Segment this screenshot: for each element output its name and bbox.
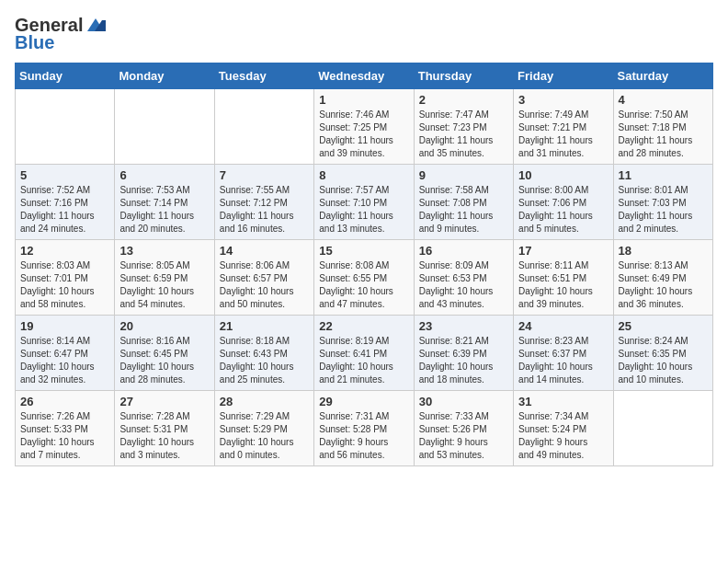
day-number: 30 <box>419 395 508 408</box>
calendar-cell: 2Sunrise: 7:47 AM Sunset: 7:23 PM Daylig… <box>414 89 513 165</box>
day-number: 2 <box>419 93 508 107</box>
calendar-cell: 19Sunrise: 8:14 AM Sunset: 6:47 PM Dayli… <box>16 316 115 391</box>
cell-content: Sunrise: 7:57 AM Sunset: 7:10 PM Dayligh… <box>319 184 408 236</box>
calendar-cell: 28Sunrise: 7:29 AM Sunset: 5:29 PM Dayli… <box>214 391 313 466</box>
calendar-cell: 27Sunrise: 7:28 AM Sunset: 5:31 PM Dayli… <box>115 391 214 466</box>
calendar-header-row: SundayMondayTuesdayWednesdayThursdayFrid… <box>16 63 713 89</box>
calendar-cell: 22Sunrise: 8:19 AM Sunset: 6:41 PM Dayli… <box>314 316 414 391</box>
calendar-cell: 9Sunrise: 7:58 AM Sunset: 7:08 PM Daylig… <box>414 165 513 240</box>
calendar-table: SundayMondayTuesdayWednesdayThursdayFrid… <box>15 63 713 466</box>
day-number: 25 <box>619 319 708 333</box>
cell-content: Sunrise: 7:52 AM Sunset: 7:16 PM Dayligh… <box>20 184 109 236</box>
calendar-cell: 18Sunrise: 8:13 AM Sunset: 6:49 PM Dayli… <box>613 240 712 316</box>
day-number: 3 <box>518 93 608 107</box>
cell-content: Sunrise: 8:18 AM Sunset: 6:43 PM Dayligh… <box>220 335 309 386</box>
calendar-cell: 29Sunrise: 7:31 AM Sunset: 5:28 PM Dayli… <box>314 391 414 466</box>
calendar-cell: 1Sunrise: 7:46 AM Sunset: 7:25 PM Daylig… <box>314 89 414 165</box>
cell-content: Sunrise: 7:34 AM Sunset: 5:24 PM Dayligh… <box>518 410 608 462</box>
cell-content: Sunrise: 8:06 AM Sunset: 6:57 PM Dayligh… <box>220 259 309 311</box>
calendar-cell: 30Sunrise: 7:33 AM Sunset: 5:26 PM Dayli… <box>414 391 513 466</box>
calendar-cell: 11Sunrise: 8:01 AM Sunset: 7:03 PM Dayli… <box>613 165 712 240</box>
calendar-cell: 7Sunrise: 7:55 AM Sunset: 7:12 PM Daylig… <box>214 165 313 240</box>
calendar-cell: 25Sunrise: 8:24 AM Sunset: 6:35 PM Dayli… <box>613 316 712 391</box>
cell-content: Sunrise: 7:33 AM Sunset: 5:26 PM Dayligh… <box>419 410 508 462</box>
day-number: 6 <box>119 168 209 182</box>
calendar-cell: 5Sunrise: 7:52 AM Sunset: 7:16 PM Daylig… <box>16 165 115 240</box>
week-row-1: 1Sunrise: 7:46 AM Sunset: 7:25 PM Daylig… <box>16 89 713 165</box>
day-number: 29 <box>319 395 408 408</box>
day-number: 18 <box>619 244 708 258</box>
cell-content: Sunrise: 7:50 AM Sunset: 7:18 PM Dayligh… <box>619 109 708 160</box>
week-row-3: 12Sunrise: 8:03 AM Sunset: 7:01 PM Dayli… <box>16 240 713 316</box>
day-number: 12 <box>20 244 109 258</box>
header-monday: Monday <box>115 63 214 89</box>
cell-content: Sunrise: 7:53 AM Sunset: 7:14 PM Dayligh… <box>119 184 209 236</box>
calendar-cell <box>16 89 115 165</box>
cell-content: Sunrise: 7:29 AM Sunset: 5:29 PM Dayligh… <box>220 410 309 462</box>
calendar-cell: 21Sunrise: 8:18 AM Sunset: 6:43 PM Dayli… <box>214 316 313 391</box>
calendar-cell: 12Sunrise: 8:03 AM Sunset: 7:01 PM Dayli… <box>16 240 115 316</box>
calendar-cell: 17Sunrise: 8:11 AM Sunset: 6:51 PM Dayli… <box>514 240 613 316</box>
cell-content: Sunrise: 8:19 AM Sunset: 6:41 PM Dayligh… <box>319 335 408 386</box>
cell-content: Sunrise: 7:28 AM Sunset: 5:31 PM Dayligh… <box>119 410 209 462</box>
calendar-cell: 26Sunrise: 7:26 AM Sunset: 5:33 PM Dayli… <box>16 391 115 466</box>
day-number: 14 <box>220 244 309 258</box>
cell-content: Sunrise: 8:08 AM Sunset: 6:55 PM Dayligh… <box>319 259 408 311</box>
cell-content: Sunrise: 7:26 AM Sunset: 5:33 PM Dayligh… <box>20 410 109 462</box>
header-sunday: Sunday <box>16 63 115 89</box>
day-number: 15 <box>319 244 408 258</box>
cell-content: Sunrise: 7:49 AM Sunset: 7:21 PM Dayligh… <box>518 109 608 160</box>
day-number: 21 <box>220 319 309 333</box>
calendar-cell: 10Sunrise: 8:00 AM Sunset: 7:06 PM Dayli… <box>514 165 613 240</box>
calendar-cell: 3Sunrise: 7:49 AM Sunset: 7:21 PM Daylig… <box>514 89 613 165</box>
day-number: 26 <box>20 395 109 408</box>
day-number: 23 <box>419 319 508 333</box>
header-saturday: Saturday <box>613 63 712 89</box>
calendar-cell: 20Sunrise: 8:16 AM Sunset: 6:45 PM Dayli… <box>115 316 214 391</box>
calendar-cell: 8Sunrise: 7:57 AM Sunset: 7:10 PM Daylig… <box>314 165 414 240</box>
header-wednesday: Wednesday <box>314 63 414 89</box>
day-number: 20 <box>119 319 209 333</box>
cell-content: Sunrise: 8:24 AM Sunset: 6:35 PM Dayligh… <box>619 335 708 386</box>
day-number: 28 <box>220 395 309 408</box>
calendar-cell: 15Sunrise: 8:08 AM Sunset: 6:55 PM Dayli… <box>314 240 414 316</box>
logo-icon <box>85 17 106 33</box>
cell-content: Sunrise: 8:03 AM Sunset: 7:01 PM Dayligh… <box>20 259 109 311</box>
calendar-cell <box>214 89 313 165</box>
week-row-4: 19Sunrise: 8:14 AM Sunset: 6:47 PM Dayli… <box>16 316 713 391</box>
calendar-cell: 24Sunrise: 8:23 AM Sunset: 6:37 PM Dayli… <box>514 316 613 391</box>
cell-content: Sunrise: 7:46 AM Sunset: 7:25 PM Dayligh… <box>319 109 408 160</box>
calendar-cell <box>613 391 712 466</box>
calendar-cell: 16Sunrise: 8:09 AM Sunset: 6:53 PM Dayli… <box>414 240 513 316</box>
cell-content: Sunrise: 7:58 AM Sunset: 7:08 PM Dayligh… <box>419 184 508 236</box>
day-number: 7 <box>220 168 309 182</box>
calendar-cell <box>115 89 214 165</box>
day-number: 13 <box>119 244 209 258</box>
cell-content: Sunrise: 8:23 AM Sunset: 6:37 PM Dayligh… <box>518 335 608 386</box>
week-row-5: 26Sunrise: 7:26 AM Sunset: 5:33 PM Dayli… <box>16 391 713 466</box>
day-number: 16 <box>419 244 508 258</box>
day-number: 31 <box>518 395 608 408</box>
cell-content: Sunrise: 8:11 AM Sunset: 6:51 PM Dayligh… <box>518 259 608 311</box>
cell-content: Sunrise: 8:21 AM Sunset: 6:39 PM Dayligh… <box>419 335 508 386</box>
page-header: General Blue <box>15 15 713 53</box>
cell-content: Sunrise: 8:16 AM Sunset: 6:45 PM Dayligh… <box>119 335 209 386</box>
day-number: 5 <box>20 168 109 182</box>
calendar-cell: 6Sunrise: 7:53 AM Sunset: 7:14 PM Daylig… <box>115 165 214 240</box>
calendar-cell: 14Sunrise: 8:06 AM Sunset: 6:57 PM Dayli… <box>214 240 313 316</box>
calendar-cell: 23Sunrise: 8:21 AM Sunset: 6:39 PM Dayli… <box>414 316 513 391</box>
calendar-cell: 4Sunrise: 7:50 AM Sunset: 7:18 PM Daylig… <box>613 89 712 165</box>
calendar-cell: 13Sunrise: 8:05 AM Sunset: 6:59 PM Dayli… <box>115 240 214 316</box>
header-tuesday: Tuesday <box>214 63 313 89</box>
day-number: 8 <box>319 168 408 182</box>
header-friday: Friday <box>514 63 613 89</box>
day-number: 24 <box>518 319 608 333</box>
cell-content: Sunrise: 8:00 AM Sunset: 7:06 PM Dayligh… <box>518 184 608 236</box>
cell-content: Sunrise: 8:09 AM Sunset: 6:53 PM Dayligh… <box>419 259 508 311</box>
calendar-cell: 31Sunrise: 7:34 AM Sunset: 5:24 PM Dayli… <box>514 391 613 466</box>
cell-content: Sunrise: 8:13 AM Sunset: 6:49 PM Dayligh… <box>619 259 708 311</box>
header-thursday: Thursday <box>414 63 513 89</box>
day-number: 9 <box>419 168 508 182</box>
cell-content: Sunrise: 8:01 AM Sunset: 7:03 PM Dayligh… <box>619 184 708 236</box>
cell-content: Sunrise: 8:14 AM Sunset: 6:47 PM Dayligh… <box>20 335 109 386</box>
